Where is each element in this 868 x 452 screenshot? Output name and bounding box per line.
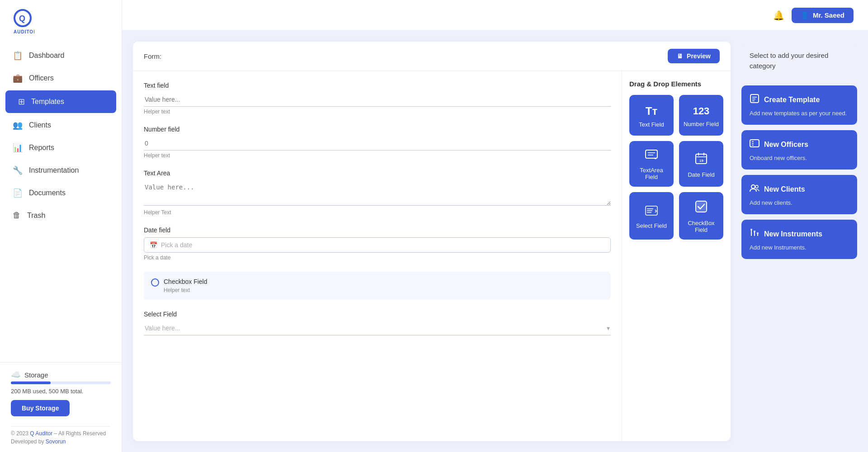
notification-button[interactable]: 🔔 [773, 10, 784, 21]
form-label: Form: [144, 52, 161, 60]
preview-button[interactable]: 🖥 Preview [668, 49, 720, 63]
drag-drop-title: Drag & Drop Elements [629, 80, 723, 88]
dnd-textarea-label: TextArea Field [633, 167, 670, 180]
sidebar-item-label: Trash [27, 212, 45, 220]
main-content: 🔔 👤 Mr. Saeed Form: 🖥 Preview Text [122, 0, 868, 452]
svg-rect-20 [750, 140, 759, 147]
new-officers-desc: Onboard new officers. [750, 155, 849, 161]
dnd-checkbox-label: CheckBox Field [683, 220, 720, 233]
dnd-checkbox-field[interactable]: CheckBox Field [679, 192, 723, 240]
topbar: 🔔 👤 Mr. Saeed [122, 0, 868, 31]
checkbox-field-label: Checkbox Field [164, 278, 208, 285]
sidebar-footer: © 2023 Q Auditor – All Rights Reserved D… [0, 422, 122, 452]
number-field-helper: Helper text [144, 152, 611, 159]
textarea-field-input[interactable] [144, 180, 611, 206]
textarea-field-group: Text Area Helper Text [144, 170, 611, 216]
new-officers-card[interactable]: New Officers Onboard new officers. [741, 130, 857, 170]
checkbox-input[interactable] [151, 278, 159, 287]
sidebar-item-documents[interactable]: 📄 Documents [0, 182, 122, 204]
calendar-icon: 📅 [150, 241, 157, 249]
right-panel: Select to add your desired category Crea… [740, 42, 857, 441]
dnd-number-label: Number Field [684, 121, 719, 127]
new-instruments-title: New Instruments [764, 230, 822, 238]
dnd-select-icon [645, 205, 658, 219]
sidebar-item-trash[interactable]: 🗑 Trash [0, 204, 122, 226]
storage-section: ☁️ Storage 200 MB used, 500 MB total. Bu… [0, 362, 122, 422]
new-clients-card[interactable]: New Clients Add new clients. [741, 175, 857, 214]
date-field-group: Date field 📅 Pick a date Pick a date [144, 226, 611, 261]
user-menu-button[interactable]: 👤 Mr. Saeed [792, 8, 854, 23]
checkbox-field-helper: Helper text [164, 287, 208, 293]
svg-rect-29 [750, 229, 752, 231]
select-field-group: Select Field Value here... ▾ [144, 311, 611, 335]
svg-text:Q: Q [19, 14, 25, 23]
sidebar-item-clients[interactable]: 👥 Clients [0, 114, 122, 137]
dnd-number-field[interactable]: 123 Number Field [679, 95, 723, 136]
create-template-title: Create Template [764, 96, 820, 104]
svg-rect-16 [750, 94, 759, 103]
select-field-input[interactable]: Value here... ▾ [144, 321, 611, 335]
templates-icon: ⊞ [18, 97, 25, 107]
drag-drop-grid: Tт Text Field 123 Number Field [629, 95, 723, 240]
text-field-input[interactable] [144, 93, 611, 107]
sidebar-item-label: Templates [31, 98, 64, 106]
svg-rect-30 [754, 231, 755, 232]
storage-usage-text: 200 MB used, 500 MB total. [11, 388, 111, 395]
text-field-group: Text field Helper text [144, 82, 611, 115]
svg-rect-31 [757, 232, 759, 234]
content-area: Form: 🖥 Preview Text field Helper text [122, 31, 868, 452]
dnd-select-field[interactable]: Select Field [629, 192, 674, 240]
sidebar: Q AUDITOR 📋 Dashboard 💼 Officers ⊞ Templ… [0, 0, 122, 452]
number-field-group: Number field Helper text [144, 126, 611, 159]
new-clients-desc: Add new clients. [750, 199, 849, 206]
create-template-desc: Add new templates as per your need. [750, 110, 849, 117]
chevron-down-icon: ▾ [607, 325, 610, 332]
dev-link[interactable]: Sovorun [46, 438, 66, 445]
select-placeholder: Value here... [145, 325, 180, 332]
checkbox-wrap: Checkbox Field Helper text [144, 272, 611, 300]
sidebar-item-officers[interactable]: 💼 Officers [0, 67, 122, 89]
user-name: Mr. Saeed [813, 11, 844, 19]
new-instruments-card[interactable]: New Instruments Add new Instruments. [741, 220, 857, 259]
trash-icon: 🗑 [13, 211, 21, 220]
svg-point-24 [751, 185, 755, 188]
date-placeholder: Pick a date [161, 241, 192, 249]
sidebar-item-label: Dashboard [29, 52, 64, 60]
svg-point-25 [755, 185, 758, 188]
sidebar-item-reports[interactable]: 📊 Reports [0, 137, 122, 159]
dashboard-icon: 📋 [13, 51, 23, 61]
brand-link[interactable]: Q Auditor [30, 430, 52, 437]
new-clients-icon [750, 183, 760, 196]
buy-storage-button[interactable]: Buy Storage [11, 400, 70, 416]
svg-text:AUDITOR: AUDITOR [14, 29, 34, 34]
svg-text:19: 19 [699, 159, 703, 163]
date-field-label: Date field [144, 226, 611, 234]
storage-bar-background [11, 381, 111, 384]
dnd-text-icon: Tт [646, 105, 657, 118]
officers-icon: 💼 [13, 73, 23, 83]
sidebar-item-instrumentation[interactable]: 🔧 Instrumentation [0, 159, 122, 182]
date-field-input[interactable]: 📅 Pick a date [144, 237, 611, 253]
clients-icon: 👥 [13, 120, 23, 130]
dnd-textarea-field[interactable]: TextArea Field [629, 141, 674, 187]
storage-title: Storage [24, 371, 48, 379]
create-template-card[interactable]: Create Template Add new templates as per… [741, 85, 857, 125]
dnd-text-label: Text Field [639, 121, 664, 128]
dnd-select-label: Select Field [636, 222, 667, 229]
new-instruments-icon [750, 228, 760, 240]
select-field-label: Select Field [144, 311, 611, 318]
number-field-input[interactable] [144, 137, 611, 151]
sidebar-item-label: Instrumentation [29, 166, 79, 174]
dnd-date-field[interactable]: 19 Date Field [679, 141, 723, 187]
dnd-checkbox-icon [695, 200, 708, 216]
logo-area: Q AUDITOR [0, 0, 122, 41]
sidebar-item-dashboard[interactable]: 📋 Dashboard [0, 44, 122, 67]
new-officers-title: New Officers [764, 141, 808, 149]
dnd-date-label: Date Field [688, 171, 714, 178]
instrumentation-icon: 🔧 [13, 165, 23, 175]
dnd-text-field[interactable]: Tт Text Field [629, 95, 674, 136]
sidebar-item-templates[interactable]: ⊞ Templates [5, 90, 116, 113]
copyright-text: © 2023 Q Auditor – All Rights Reserved [11, 430, 106, 437]
sidebar-item-label: Reports [29, 144, 54, 152]
user-avatar-icon: 👤 [801, 11, 809, 19]
